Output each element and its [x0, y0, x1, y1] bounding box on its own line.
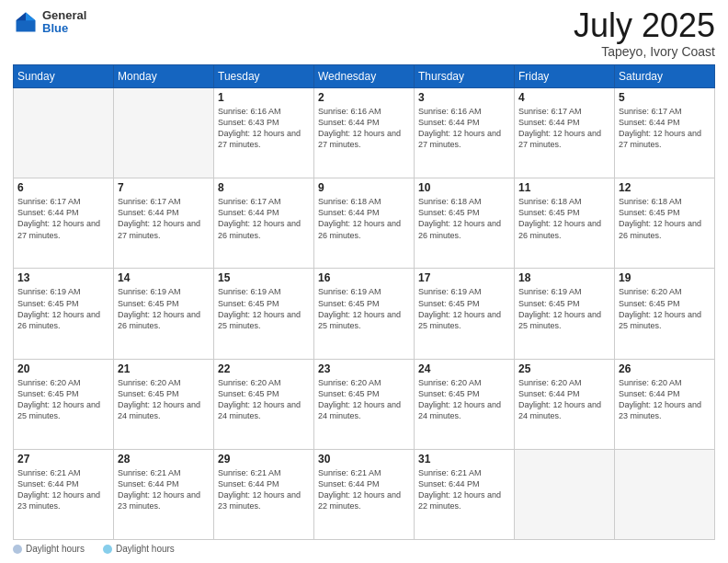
- col-header-tuesday: Tuesday: [214, 65, 314, 88]
- day-info: Sunrise: 6:20 AMSunset: 6:44 PMDaylight:…: [518, 377, 610, 422]
- calendar-cell: 20Sunrise: 6:20 AMSunset: 6:45 PMDayligh…: [14, 359, 114, 449]
- day-info: Sunrise: 6:18 AMSunset: 6:44 PMDaylight:…: [318, 196, 410, 241]
- calendar-cell: 11Sunrise: 6:18 AMSunset: 6:45 PMDayligh…: [515, 178, 615, 269]
- calendar-cell: 23Sunrise: 6:20 AMSunset: 6:45 PMDayligh…: [314, 359, 415, 449]
- day-info: Sunrise: 6:17 AMSunset: 6:44 PMDaylight:…: [218, 196, 310, 241]
- day-number: 10: [418, 181, 510, 194]
- day-info: Sunrise: 6:21 AMSunset: 6:44 PMDaylight:…: [418, 467, 510, 512]
- footer-daylight-2: Daylight hours: [103, 544, 175, 554]
- day-info: Sunrise: 6:16 AMSunset: 6:43 PMDaylight:…: [218, 106, 310, 151]
- daylight-dot-2: [103, 545, 112, 554]
- calendar-cell: 7Sunrise: 6:17 AMSunset: 6:44 PMDaylight…: [114, 178, 214, 269]
- day-info: Sunrise: 6:20 AMSunset: 6:45 PMDaylight:…: [418, 377, 510, 422]
- day-number: 20: [17, 362, 109, 375]
- logo-blue-text: Blue: [42, 22, 86, 35]
- day-info: Sunrise: 6:18 AMSunset: 6:45 PMDaylight:…: [518, 196, 610, 241]
- day-number: 24: [418, 362, 510, 375]
- col-header-sunday: Sunday: [14, 65, 114, 88]
- calendar-cell: 18Sunrise: 6:19 AMSunset: 6:45 PMDayligh…: [515, 269, 615, 359]
- calendar-cell: 17Sunrise: 6:19 AMSunset: 6:45 PMDayligh…: [415, 269, 515, 359]
- day-info: Sunrise: 6:19 AMSunset: 6:45 PMDaylight:…: [17, 286, 109, 331]
- calendar-cell: 6Sunrise: 6:17 AMSunset: 6:44 PMDaylight…: [14, 178, 114, 269]
- page: General Blue July 2025 Tapeyo, Ivory Coa…: [0, 0, 728, 563]
- calendar-cell: 22Sunrise: 6:20 AMSunset: 6:45 PMDayligh…: [214, 359, 314, 449]
- calendar-week-3: 20Sunrise: 6:20 AMSunset: 6:45 PMDayligh…: [14, 359, 715, 449]
- day-number: 4: [518, 91, 610, 104]
- calendar-cell: [14, 88, 114, 178]
- calendar-cell: [515, 449, 615, 539]
- calendar-cell: 1Sunrise: 6:16 AMSunset: 6:43 PMDaylight…: [214, 88, 314, 178]
- day-info: Sunrise: 6:20 AMSunset: 6:45 PMDaylight:…: [17, 377, 109, 422]
- footer-daylight-1: Daylight hours: [13, 544, 85, 554]
- day-info: Sunrise: 6:21 AMSunset: 6:44 PMDaylight:…: [218, 467, 310, 512]
- day-number: 16: [318, 271, 410, 284]
- calendar-cell: 27Sunrise: 6:21 AMSunset: 6:44 PMDayligh…: [14, 449, 114, 539]
- title-month: July 2025: [574, 9, 715, 42]
- day-number: 6: [17, 181, 109, 194]
- calendar-cell: [615, 449, 715, 539]
- day-info: Sunrise: 6:17 AMSunset: 6:44 PMDaylight:…: [619, 106, 711, 151]
- calendar-cell: 25Sunrise: 6:20 AMSunset: 6:44 PMDayligh…: [515, 359, 615, 449]
- logo-icon: [13, 9, 39, 35]
- day-number: 26: [619, 362, 711, 375]
- day-number: 30: [318, 453, 410, 465]
- day-info: Sunrise: 6:17 AMSunset: 6:44 PMDaylight:…: [118, 196, 210, 241]
- day-info: Sunrise: 6:20 AMSunset: 6:45 PMDaylight:…: [118, 377, 210, 422]
- day-number: 15: [218, 271, 310, 284]
- calendar-cell: 24Sunrise: 6:20 AMSunset: 6:45 PMDayligh…: [415, 359, 515, 449]
- day-number: 3: [418, 91, 510, 104]
- day-number: 28: [118, 453, 210, 465]
- day-number: 31: [418, 453, 510, 465]
- calendar-cell: 8Sunrise: 6:17 AMSunset: 6:44 PMDaylight…: [214, 178, 314, 269]
- calendar-cell: 13Sunrise: 6:19 AMSunset: 6:45 PMDayligh…: [14, 269, 114, 359]
- day-number: 22: [218, 362, 310, 375]
- calendar-cell: 21Sunrise: 6:20 AMSunset: 6:45 PMDayligh…: [114, 359, 214, 449]
- day-info: Sunrise: 6:16 AMSunset: 6:44 PMDaylight:…: [318, 106, 410, 151]
- calendar-cell: 30Sunrise: 6:21 AMSunset: 6:44 PMDayligh…: [314, 449, 415, 539]
- calendar-cell: 19Sunrise: 6:20 AMSunset: 6:45 PMDayligh…: [615, 269, 715, 359]
- day-info: Sunrise: 6:19 AMSunset: 6:45 PMDaylight:…: [418, 286, 510, 331]
- title-block: July 2025 Tapeyo, Ivory Coast: [574, 9, 715, 59]
- day-number: 19: [619, 271, 711, 284]
- logo-text: General Blue: [42, 9, 86, 36]
- col-header-saturday: Saturday: [615, 65, 715, 88]
- calendar-cell: 2Sunrise: 6:16 AMSunset: 6:44 PMDaylight…: [314, 88, 415, 178]
- day-info: Sunrise: 6:17 AMSunset: 6:44 PMDaylight:…: [17, 196, 109, 241]
- day-info: Sunrise: 6:19 AMSunset: 6:45 PMDaylight:…: [318, 286, 410, 331]
- svg-marker-1: [26, 13, 36, 21]
- day-number: 9: [318, 181, 410, 194]
- logo: General Blue: [13, 9, 86, 36]
- col-header-wednesday: Wednesday: [314, 65, 415, 88]
- day-info: Sunrise: 6:21 AMSunset: 6:44 PMDaylight:…: [118, 467, 210, 512]
- day-number: 12: [619, 181, 711, 194]
- logo-general-text: General: [42, 9, 86, 22]
- day-info: Sunrise: 6:20 AMSunset: 6:45 PMDaylight:…: [218, 377, 310, 422]
- calendar-cell: 12Sunrise: 6:18 AMSunset: 6:45 PMDayligh…: [615, 178, 715, 269]
- day-info: Sunrise: 6:21 AMSunset: 6:44 PMDaylight:…: [318, 467, 410, 512]
- day-number: 29: [218, 453, 310, 465]
- calendar-cell: 28Sunrise: 6:21 AMSunset: 6:44 PMDayligh…: [114, 449, 214, 539]
- day-info: Sunrise: 6:18 AMSunset: 6:45 PMDaylight:…: [418, 196, 510, 241]
- footer-note: Daylight hours Daylight hours: [13, 544, 715, 554]
- day-number: 5: [619, 91, 711, 104]
- day-number: 14: [118, 271, 210, 284]
- calendar-cell: 5Sunrise: 6:17 AMSunset: 6:44 PMDaylight…: [615, 88, 715, 178]
- daylight-dot-1: [13, 545, 22, 554]
- calendar-cell: 3Sunrise: 6:16 AMSunset: 6:44 PMDaylight…: [415, 88, 515, 178]
- day-info: Sunrise: 6:20 AMSunset: 6:45 PMDaylight:…: [318, 377, 410, 422]
- calendar-cell: 9Sunrise: 6:18 AMSunset: 6:44 PMDaylight…: [314, 178, 415, 269]
- day-info: Sunrise: 6:16 AMSunset: 6:44 PMDaylight:…: [418, 106, 510, 151]
- day-info: Sunrise: 6:20 AMSunset: 6:45 PMDaylight:…: [619, 286, 711, 331]
- day-info: Sunrise: 6:21 AMSunset: 6:44 PMDaylight:…: [17, 467, 109, 512]
- day-info: Sunrise: 6:19 AMSunset: 6:45 PMDaylight:…: [518, 286, 610, 331]
- day-number: 2: [318, 91, 410, 104]
- col-header-monday: Monday: [114, 65, 214, 88]
- day-number: 21: [118, 362, 210, 375]
- header: General Blue July 2025 Tapeyo, Ivory Coa…: [13, 9, 715, 59]
- calendar-cell: 16Sunrise: 6:19 AMSunset: 6:45 PMDayligh…: [314, 269, 415, 359]
- calendar-week-0: 1Sunrise: 6:16 AMSunset: 6:43 PMDaylight…: [14, 88, 715, 178]
- calendar-table: SundayMondayTuesdayWednesdayThursdayFrid…: [13, 64, 715, 540]
- day-number: 17: [418, 271, 510, 284]
- calendar-cell: 15Sunrise: 6:19 AMSunset: 6:45 PMDayligh…: [214, 269, 314, 359]
- day-number: 13: [17, 271, 109, 284]
